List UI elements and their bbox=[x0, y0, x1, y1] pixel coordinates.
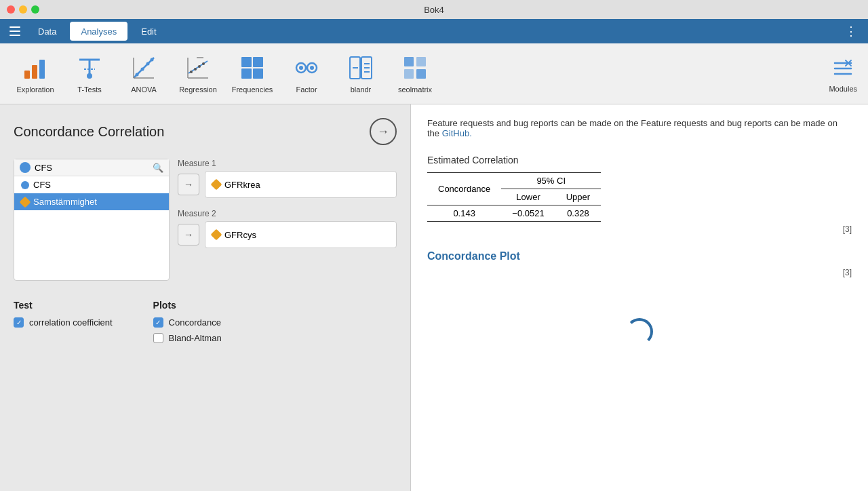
nav-analyses[interactable]: Analyses bbox=[70, 22, 127, 41]
concordance-plot-title: Concordance Plot bbox=[427, 250, 852, 262]
nav-data[interactable]: Data bbox=[27, 22, 67, 41]
measure1-box: GFRkrea bbox=[205, 171, 397, 198]
title-bar: Bok4 bbox=[0, 0, 868, 19]
measure1-arrow[interactable]: → bbox=[178, 174, 199, 195]
ttests-icon bbox=[76, 54, 103, 81]
toolbar: Exploration T-Tests ANOVA bbox=[0, 43, 868, 104]
measure2-arrow[interactable]: → bbox=[178, 224, 199, 246]
main-content: Concordance Correlation → 🔍 CFS Samstämm… bbox=[0, 104, 868, 491]
svg-point-12 bbox=[146, 62, 150, 65]
table-footnote: [3] bbox=[427, 224, 852, 234]
measure2-label: Measure 2 bbox=[178, 209, 397, 218]
svg-point-29 bbox=[299, 66, 303, 70]
exploration-label: Exploration bbox=[16, 85, 54, 94]
svg-rect-37 bbox=[404, 57, 414, 66]
toolbar-item-anova[interactable]: ANOVA bbox=[119, 50, 168, 98]
table-row: 0.143 −0.0521 0.328 bbox=[427, 205, 601, 222]
bland-altman-checkbox[interactable] bbox=[153, 333, 163, 343]
toolbar-item-ttests[interactable]: T-Tests bbox=[65, 50, 114, 98]
variables-area: 🔍 CFS Samstämmighet Measure 1 → bbox=[14, 159, 397, 281]
correlation-coefficient-option: correlation coefficient bbox=[14, 317, 113, 328]
svg-rect-38 bbox=[416, 57, 426, 66]
measure1-value: GFRkrea bbox=[224, 180, 260, 190]
exploration-icon bbox=[22, 54, 49, 81]
results-section: Estimated Correlation Concordance 95% CI… bbox=[427, 155, 852, 234]
bland-altman-option: Bland-Altman bbox=[153, 333, 222, 343]
anova-label: ANOVA bbox=[131, 85, 157, 94]
loading-spinner-container bbox=[427, 318, 852, 345]
col-upper: Upper bbox=[555, 189, 601, 205]
measure2-box: GFRcys bbox=[205, 221, 397, 248]
panel-header: Concordance Correlation → bbox=[14, 118, 397, 145]
github-link[interactable]: GitHub. bbox=[442, 128, 472, 138]
measure2-icon bbox=[211, 229, 222, 241]
regression-icon bbox=[184, 54, 212, 81]
modules-button[interactable]: Modules bbox=[829, 55, 857, 93]
notice-text: Feature requests and bug reports can be … bbox=[427, 118, 852, 138]
plots-section: Plots Concordance Bland-Altman bbox=[153, 300, 222, 349]
svg-point-11 bbox=[141, 67, 144, 71]
concordance-plot-option: Concordance bbox=[153, 317, 222, 328]
toolbar-item-frequencies[interactable]: Frequencies bbox=[228, 50, 277, 98]
seolmatrix-icon bbox=[401, 54, 429, 81]
col-concordance: Concordance bbox=[427, 173, 501, 205]
concordance-checkbox[interactable] bbox=[153, 317, 163, 328]
correlation-coefficient-checkbox[interactable] bbox=[14, 317, 24, 328]
variable-item-samstammighet[interactable]: Samstämmighet bbox=[14, 193, 169, 210]
measure2-row: → GFRcys bbox=[178, 221, 397, 248]
options-area: Test correlation coefficient Plots Conco… bbox=[14, 300, 397, 349]
run-button[interactable]: → bbox=[370, 118, 397, 145]
more-options-button[interactable]: ⋮ bbox=[840, 24, 863, 39]
svg-rect-0 bbox=[24, 71, 30, 79]
col-lower: Lower bbox=[501, 189, 555, 205]
maximize-button[interactable] bbox=[31, 5, 39, 14]
samstammighet-icon bbox=[20, 196, 31, 208]
left-panel: Concordance Correlation → 🔍 CFS Samstämm… bbox=[0, 104, 410, 491]
variable-list-header: 🔍 bbox=[14, 159, 169, 176]
loading-spinner bbox=[626, 318, 653, 345]
toolbar-item-blandr[interactable]: blandr bbox=[336, 50, 385, 98]
estimated-correlation-title: Estimated Correlation bbox=[427, 155, 852, 165]
svg-rect-1 bbox=[32, 65, 37, 79]
svg-point-19 bbox=[198, 65, 201, 68]
modules-label: Modules bbox=[829, 85, 857, 93]
modules-icon bbox=[829, 55, 856, 82]
svg-rect-2 bbox=[39, 60, 45, 79]
measure1-label: Measure 1 bbox=[178, 159, 397, 168]
measure2-value: GFRcys bbox=[224, 230, 256, 240]
toolbar-item-regression[interactable]: Regression bbox=[174, 50, 222, 98]
window-title: Bok4 bbox=[424, 5, 444, 15]
search-icon[interactable]: 🔍 bbox=[153, 163, 163, 173]
hamburger-menu[interactable] bbox=[5, 22, 24, 41]
svg-point-18 bbox=[194, 68, 197, 71]
frequencies-icon bbox=[239, 54, 266, 81]
variable-item-cfs[interactable]: CFS bbox=[14, 176, 169, 193]
measure1-group: Measure 1 → GFRkrea bbox=[178, 159, 397, 198]
close-button[interactable] bbox=[7, 5, 15, 14]
traffic-lights bbox=[7, 5, 39, 14]
toolbar-item-seolmatrix[interactable]: seolmatrix bbox=[391, 50, 439, 98]
svg-rect-39 bbox=[404, 69, 414, 79]
cell-upper: 0.328 bbox=[555, 205, 601, 222]
plot-footnote: [3] bbox=[427, 268, 852, 277]
svg-point-6 bbox=[87, 73, 92, 79]
bland-altman-label: Bland-Altman bbox=[169, 333, 222, 343]
svg-rect-24 bbox=[253, 57, 263, 67]
blandr-label: blandr bbox=[351, 85, 372, 94]
svg-point-30 bbox=[310, 66, 314, 70]
toolbar-item-exploration[interactable]: Exploration bbox=[11, 50, 60, 98]
factor-label: Factor bbox=[296, 85, 317, 94]
plots-title: Plots bbox=[153, 300, 222, 311]
minimize-button[interactable] bbox=[19, 5, 27, 14]
toolbar-item-factor[interactable]: Factor bbox=[282, 50, 331, 98]
measure1-icon bbox=[211, 179, 222, 191]
svg-rect-23 bbox=[241, 57, 252, 67]
test-title: Test bbox=[14, 300, 113, 311]
variable-search-input[interactable] bbox=[35, 163, 149, 173]
factor-icon bbox=[293, 54, 320, 81]
regression-label: Regression bbox=[179, 85, 217, 94]
measure1-row: → GFRkrea bbox=[178, 171, 397, 198]
nav-edit[interactable]: Edit bbox=[130, 22, 167, 41]
svg-point-17 bbox=[190, 71, 193, 73]
ttests-label: T-Tests bbox=[77, 85, 101, 94]
